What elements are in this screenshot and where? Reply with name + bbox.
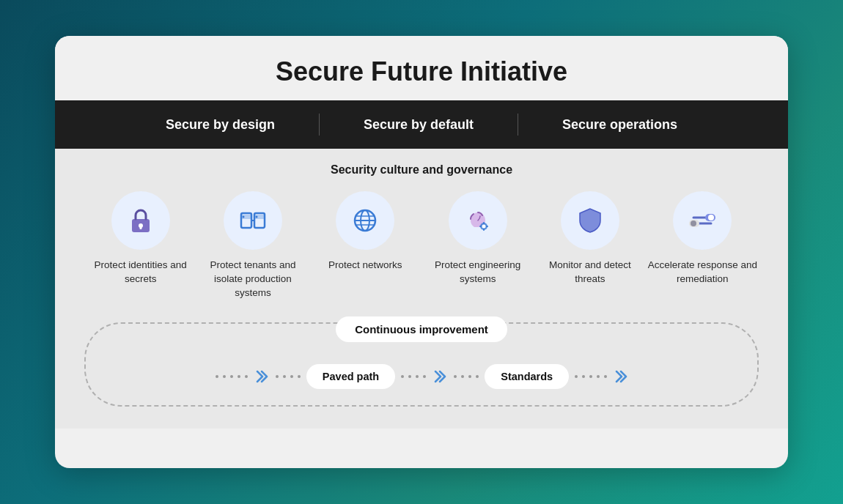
mid-dots-2 xyxy=(400,375,427,378)
ci-badge-row: Continuous improvement xyxy=(108,316,735,342)
dot xyxy=(423,375,426,378)
svg-point-24 xyxy=(708,215,714,220)
lock-icon xyxy=(125,204,157,237)
dot xyxy=(401,375,404,378)
icon-circle-engineering xyxy=(449,191,507,250)
pillars-bar: Secure by design Secure by default Secur… xyxy=(55,100,788,149)
mid-dots-3 xyxy=(452,375,480,378)
dot xyxy=(245,375,248,378)
svg-rect-2 xyxy=(139,226,141,229)
globe-icon xyxy=(349,204,381,237)
outer-dashed-border: Continuous improvement xyxy=(84,322,759,407)
icon-circle-identities xyxy=(111,191,170,250)
icon-item-tenants: Protect tenants and isolate production s… xyxy=(198,191,308,300)
icon-circle-response xyxy=(673,191,732,250)
dot xyxy=(290,375,293,378)
pillar-design: Secure by design xyxy=(122,117,319,133)
shield-icon xyxy=(574,204,606,237)
dot xyxy=(298,375,301,378)
svg-rect-20 xyxy=(486,226,488,227)
icon-circle-threats xyxy=(561,191,619,250)
mid-chevrons xyxy=(432,368,448,385)
dot xyxy=(604,375,607,378)
svg-rect-18 xyxy=(483,229,485,231)
svg-point-9 xyxy=(255,216,257,218)
main-card: Secure Future Initiative Secure by desig… xyxy=(55,36,788,468)
label-identities: Protect identities and secrets xyxy=(86,259,196,286)
continuous-improvement-section: Continuous improvement xyxy=(84,322,759,407)
dot xyxy=(454,375,457,378)
page-title: Secure Future Initiative xyxy=(55,36,788,100)
brain-gear-icon xyxy=(462,204,494,237)
dot xyxy=(468,375,471,378)
dot xyxy=(575,375,578,378)
svg-point-26 xyxy=(691,220,696,226)
continuous-improvement-badge: Continuous improvement xyxy=(336,316,507,342)
dot xyxy=(461,375,464,378)
icon-item-engineering: Protect engineering systems xyxy=(423,191,533,286)
dot xyxy=(582,375,585,378)
governance-label: Security culture and governance xyxy=(77,163,766,177)
dot xyxy=(408,375,411,378)
svg-rect-19 xyxy=(479,226,482,227)
label-response: Accelerate response and remediation xyxy=(647,259,757,286)
svg-rect-17 xyxy=(483,222,485,224)
dot xyxy=(597,375,600,378)
dot xyxy=(216,375,218,378)
dot xyxy=(283,375,286,378)
dot xyxy=(230,375,233,378)
dot xyxy=(238,375,240,378)
label-networks: Protect networks xyxy=(328,259,402,273)
icon-item-identities: Protect identities and secrets xyxy=(86,191,196,286)
icon-circle-networks xyxy=(336,191,394,250)
icon-item-networks: Protect networks xyxy=(310,191,420,273)
content-area: Security culture and governance Protect … xyxy=(55,149,788,429)
mid-dots-1 xyxy=(274,375,302,378)
pillar-default: Secure by default xyxy=(320,117,518,133)
svg-point-8 xyxy=(242,216,244,218)
label-engineering: Protect engineering systems xyxy=(423,259,533,286)
inner-row: Paved path xyxy=(108,364,735,389)
dot xyxy=(276,375,279,378)
label-threats: Monitor and detect threats xyxy=(535,259,645,286)
left-chevrons xyxy=(254,368,270,385)
left-dots xyxy=(214,375,249,378)
svg-point-16 xyxy=(482,225,485,229)
icons-row: Protect identities and secrets Protect xyxy=(77,191,766,300)
dot xyxy=(416,375,419,378)
pillar-operations: Secure operations xyxy=(518,117,721,133)
dot xyxy=(223,375,226,378)
icon-circle-tenants xyxy=(224,191,282,250)
dot xyxy=(476,375,479,378)
right-dots xyxy=(573,375,608,378)
right-chevrons xyxy=(613,368,629,385)
dot xyxy=(589,375,592,378)
standards-badge: Standards xyxy=(485,364,569,389)
server-icon xyxy=(237,204,269,237)
icon-item-response: Accelerate response and remediation xyxy=(647,191,757,286)
icon-item-threats: Monitor and detect threats xyxy=(535,191,645,286)
paved-path-badge: Paved path xyxy=(306,364,395,389)
toggle-icon xyxy=(686,204,718,237)
label-tenants: Protect tenants and isolate production s… xyxy=(198,259,308,300)
